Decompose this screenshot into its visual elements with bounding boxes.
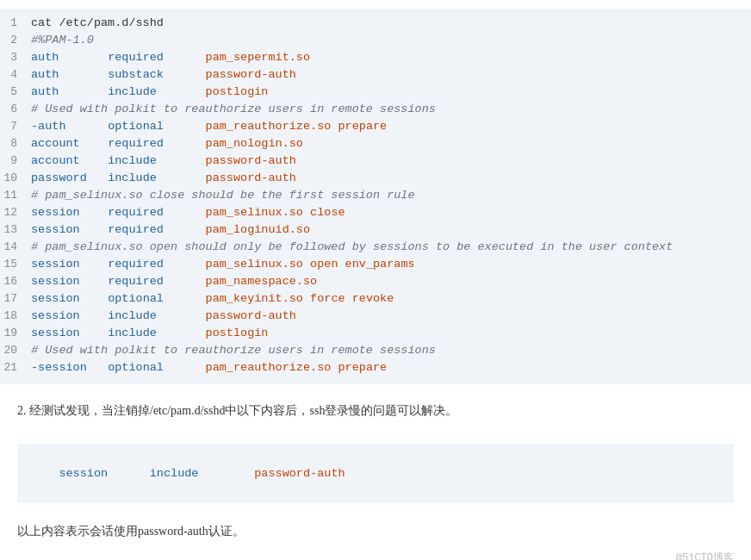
line-number: 14	[0, 240, 26, 253]
line-content: session required pam_selinux.so open env…	[26, 258, 751, 271]
code-line: 1 cat /etc/pam.d/sshd	[0, 16, 751, 33]
code-line: 21 -session optional pam_reauthorize.so …	[0, 360, 751, 377]
line-content: auth substack password-auth	[26, 68, 751, 81]
line-number: 1	[0, 16, 26, 29]
brand-text: @51CTO博客	[676, 552, 734, 560]
footer-brand: @51CTO博客	[0, 547, 751, 560]
code-line: 8 account required pam_nologin.so	[0, 136, 751, 153]
line-number: 3	[0, 51, 26, 64]
code-line: 9 account include password-auth	[0, 153, 751, 171]
code-line: 11 # pam_selinux.so close should be the …	[0, 188, 751, 205]
line-content: -auth optional pam_reauthorize.so prepar…	[26, 120, 751, 133]
line-number: 4	[0, 68, 26, 81]
line-content: # Used with polkit to reauthorize users …	[26, 103, 751, 115]
line-content: session include password-auth	[26, 309, 751, 322]
code-line: 14 # pam_selinux.so open should only be …	[0, 240, 751, 257]
line-content: # pam_selinux.so close should be the fir…	[26, 189, 751, 202]
inline-code-ctrl: include	[150, 467, 199, 480]
line-content: password include password-auth	[26, 171, 751, 184]
code-line: 3 auth required pam_sepermit.so	[0, 50, 751, 67]
line-number: 19	[0, 327, 26, 339]
code-line: 7 -auth optional pam_reauthorize.so prep…	[0, 119, 751, 136]
line-number: 13	[0, 223, 26, 236]
prose-numbered: 2. 经测试发现，当注销掉/etc/pam.d/sshd中以下内容后，ssh登录…	[17, 400, 734, 421]
line-content: cat /etc/pam.d/sshd	[26, 16, 751, 29]
line-content: auth include postlogin	[26, 85, 751, 98]
line-number: 12	[0, 206, 26, 219]
inline-code-mod: password-auth	[254, 467, 344, 480]
code-block: 1 cat /etc/pam.d/sshd 2 #%PAM-1.0 3 auth…	[0, 9, 751, 384]
line-content: account include password-auth	[26, 154, 751, 167]
line-number: 10	[0, 171, 26, 184]
code-line: 4 auth substack password-auth	[0, 67, 751, 84]
line-number: 7	[0, 120, 26, 133]
line-number: 17	[0, 292, 26, 305]
line-content: auth required pam_sepermit.so	[26, 51, 751, 64]
line-number: 5	[0, 85, 26, 98]
line-content: session required pam_loginuid.so	[26, 223, 751, 236]
line-content: #%PAM-1.0	[26, 34, 751, 47]
line-content: session required pam_namespace.so	[26, 275, 751, 288]
line-content: account required pam_nologin.so	[26, 137, 751, 150]
line-number: 6	[0, 103, 26, 115]
line-number: 16	[0, 275, 26, 288]
line-number: 21	[0, 361, 26, 374]
line-content: -session optional pam_reauthorize.so pre…	[26, 361, 751, 374]
footer-note: 以上内容表示会话使用password-auth认证。	[0, 512, 751, 547]
line-number: 15	[0, 258, 26, 271]
line-content: # pam_selinux.so open should only be fol…	[26, 240, 751, 253]
code-line: 12 session required pam_selinux.so close	[0, 205, 751, 222]
code-line: 6 # Used with polkit to reauthorize user…	[0, 102, 751, 119]
line-content: session optional pam_keyinit.so force re…	[26, 292, 751, 305]
line-content: session required pam_selinux.so close	[26, 206, 751, 219]
line-number: 11	[0, 189, 26, 202]
page: 1 cat /etc/pam.d/sshd 2 #%PAM-1.0 3 auth…	[0, 0, 751, 560]
code-line: 20 # Used with polkit to reauthorize use…	[0, 343, 751, 360]
line-number: 20	[0, 344, 26, 357]
line-content: session include postlogin	[26, 327, 751, 339]
code-line: 10 password include password-auth	[0, 171, 751, 188]
line-number: 2	[0, 34, 26, 47]
code-line: 18 session include password-auth	[0, 308, 751, 326]
line-number: 9	[0, 154, 26, 167]
line-number: 18	[0, 309, 26, 322]
line-content: # Used with polkit to reauthorize users …	[26, 344, 751, 357]
code-line: 16 session required pam_namespace.so	[0, 274, 751, 291]
code-line: 15 session required pam_selinux.so open …	[0, 257, 751, 274]
prose-section: 2. 经测试发现，当注销掉/etc/pam.d/sshd中以下内容后，ssh登录…	[0, 384, 751, 435]
line-number: 8	[0, 137, 26, 150]
code-line: 19 session include postlogin	[0, 326, 751, 343]
inline-code-kw: session	[59, 467, 108, 480]
inline-code-block: session include password-auth	[17, 444, 734, 503]
code-line: 17 session optional pam_keyinit.so force…	[0, 291, 751, 308]
footer-note-text: 以上内容表示会话使用password-auth认证。	[17, 520, 734, 542]
code-line: 13 session required pam_loginuid.so	[0, 222, 751, 240]
code-line: 2 #%PAM-1.0	[0, 33, 751, 50]
code-line: 5 auth include postlogin	[0, 84, 751, 102]
